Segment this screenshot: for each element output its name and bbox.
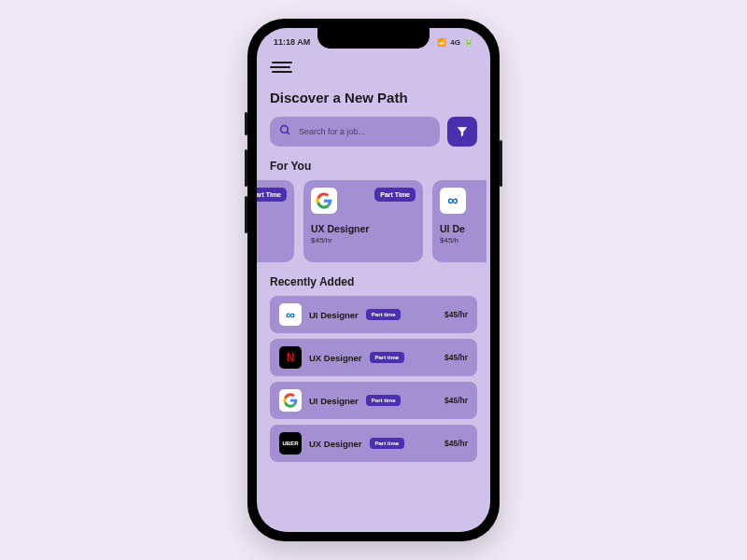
status-time: 11:18 AM	[274, 37, 310, 47]
side-button	[500, 140, 502, 187]
badge: Part time	[366, 395, 402, 406]
svg-line-1	[287, 132, 289, 134]
filter-icon	[456, 125, 469, 138]
recent-list: ∞ UI Designer Part time $45/hr N UX Desi…	[270, 296, 477, 462]
company-logo: UBER	[279, 432, 302, 455]
company-logo: ∞	[279, 303, 302, 326]
company-logo	[311, 188, 337, 214]
job-title: UI De	[440, 223, 479, 234]
meta-icon: ∞	[286, 307, 295, 322]
job-card[interactable]: ∞ UI De $45/h	[432, 180, 486, 262]
page-title: Discover a New Path	[270, 90, 477, 105]
side-button	[245, 196, 247, 233]
job-title: UI Designer	[309, 396, 359, 406]
signal-icon: 📶	[437, 38, 446, 47]
job-rate: $45/hr	[444, 310, 468, 319]
uber-icon: UBER	[282, 441, 298, 446]
badge: Part time	[370, 352, 405, 363]
search-box[interactable]	[270, 117, 440, 147]
svg-point-0	[281, 126, 289, 133]
job-title: UI Designer	[309, 310, 359, 320]
for-you-carousel[interactable]: Part Time Part Time UX Designer $45/hr ∞	[257, 180, 490, 262]
job-rate: $45/hr	[444, 353, 468, 362]
side-button	[245, 149, 247, 187]
filter-button[interactable]	[447, 117, 477, 147]
job-title: UX Designer	[309, 439, 362, 449]
screen: 11:18 AM 📶 4G 🔋 Discover a New Path	[257, 28, 490, 532]
badge: Part Time	[374, 188, 416, 202]
section-title-recent: Recently Added	[270, 275, 477, 288]
company-logo: ∞	[440, 188, 466, 214]
list-item[interactable]: UBER UX Designer Part time $45/hr	[270, 425, 477, 462]
job-title: UX Designer	[311, 223, 416, 234]
company-logo	[279, 389, 302, 412]
search-input[interactable]	[299, 127, 430, 136]
job-card[interactable]: Part Time UX Designer $45/hr	[303, 180, 423, 262]
meta-icon: ∞	[447, 192, 458, 209]
side-button	[245, 112, 247, 135]
notch	[317, 28, 430, 49]
phone-frame: 11:18 AM 📶 4G 🔋 Discover a New Path	[247, 19, 500, 541]
job-rate: $45/h	[440, 236, 479, 245]
job-rate: $45/hr	[444, 396, 468, 405]
menu-button[interactable]	[270, 58, 292, 77]
job-rate: $45/hr	[311, 236, 416, 245]
badge: Part time	[366, 309, 402, 320]
google-icon	[283, 393, 298, 408]
badge: Part time	[370, 438, 405, 449]
badge: Part Time	[257, 188, 287, 202]
list-item[interactable]: UI Designer Part time $45/hr	[270, 382, 477, 419]
list-item[interactable]: N UX Designer Part time $45/hr	[270, 339, 477, 376]
list-item[interactable]: ∞ UI Designer Part time $45/hr	[270, 296, 477, 333]
google-icon	[316, 192, 332, 209]
job-rate: $45/hr	[444, 439, 468, 448]
section-title-foryou: For You	[270, 160, 477, 173]
battery-icon: 🔋	[464, 38, 473, 47]
job-title: UX Designer	[309, 353, 362, 363]
netflix-icon: N	[287, 351, 295, 364]
company-logo: N	[279, 346, 302, 369]
search-icon	[279, 123, 291, 140]
job-card[interactable]: Part Time	[257, 180, 294, 262]
signal-label: 4G	[450, 38, 460, 47]
